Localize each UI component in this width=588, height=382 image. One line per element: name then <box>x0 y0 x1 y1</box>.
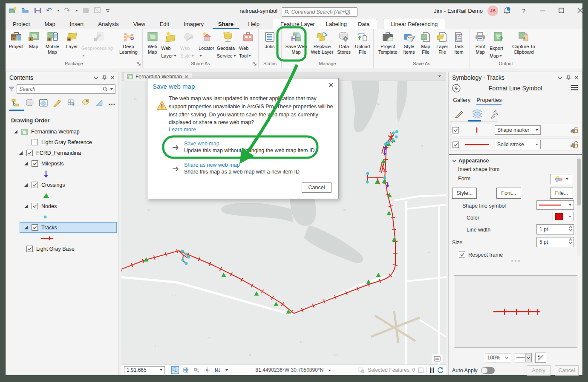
expander-icon[interactable] <box>24 226 28 230</box>
map-frame-icon[interactable] <box>94 7 101 14</box>
manage-replace-web-layer-button[interactable]: Replace Web Layer <box>309 30 335 55</box>
tab-list-chevron[interactable] <box>438 75 441 77</box>
expander-icon[interactable] <box>24 162 28 166</box>
tab-linear-referencing[interactable]: Linear Referencing <box>385 20 443 29</box>
new-project-icon[interactable] <box>9 7 17 14</box>
command-search-input[interactable] <box>291 9 355 15</box>
nav-options-chevron[interactable] <box>225 369 228 371</box>
maximize-icon[interactable] <box>559 8 564 13</box>
pause-drawing-icon[interactable] <box>430 368 434 373</box>
respect-frame-checkbox[interactable] <box>459 252 465 258</box>
apply-button[interactable]: Apply <box>527 365 551 376</box>
tab-share[interactable]: Share <box>213 20 239 29</box>
customize-toolbar-icon[interactable] <box>105 8 110 13</box>
coordinates-readout[interactable]: 81.4490236°W 30.7050890°N <box>234 367 352 373</box>
layer-row-light-gray-reference[interactable]: Light Gray Reference <box>6 137 118 148</box>
dialog-close-icon[interactable] <box>329 83 333 87</box>
save-edits-icon[interactable] <box>82 7 90 14</box>
command-search[interactable] <box>282 7 357 17</box>
package-deep-learning-button[interactable]: Deep Learning <box>116 30 141 55</box>
refresh-icon[interactable] <box>437 367 444 373</box>
preview-linestyle-dropdown[interactable] <box>515 353 532 362</box>
symbol-tab-layers-icon[interactable] <box>471 109 484 120</box>
learn-more-link[interactable]: Learn more <box>169 127 196 133</box>
auto-apply-toggle[interactable] <box>481 367 495 374</box>
shareas-web-style-button[interactable]: Web Style <box>180 30 198 60</box>
manage-data-stores-button[interactable]: Data Stores <box>335 30 353 55</box>
shareas-web-layer-button[interactable]: Web Layer <box>161 30 180 60</box>
output-capture-to-clipboard-button[interactable]: Capture To Clipboard <box>509 30 539 55</box>
color-lock-icon[interactable] <box>570 141 578 148</box>
tab-analysis[interactable]: Analysis <box>92 20 124 29</box>
option-save-web-map[interactable]: Save web map Update this map without cha… <box>172 141 314 153</box>
saveas-layer-file-button[interactable]: Layer File <box>434 30 451 55</box>
file-button[interactable]: File... <box>550 188 573 199</box>
shareas-web-tool-button[interactable]: Web Tool <box>239 30 257 60</box>
layer-checkbox[interactable] <box>26 150 33 156</box>
dialog-cancel-button[interactable]: Cancel <box>302 182 331 193</box>
style-button[interactable]: Style... <box>452 188 477 199</box>
tab-labeling[interactable]: Labeling <box>320 20 352 29</box>
saveas-task-item-button[interactable]: Task Item <box>451 30 467 55</box>
crosshair-icon[interactable] <box>203 366 211 374</box>
package-mobile-map-button[interactable]: Mobile Map <box>42 30 63 55</box>
expander-icon[interactable] <box>24 204 28 208</box>
share-as-dialog-launcher-icon[interactable] <box>252 61 257 66</box>
spin-up-icon[interactable] <box>569 238 572 241</box>
layer-checkbox[interactable] <box>32 182 38 188</box>
tab-project[interactable]: Project <box>7 20 35 29</box>
tab-feature-layer[interactable]: Feature Layer <box>275 20 320 29</box>
manage-save-web-map-button[interactable]: Save Web Map <box>283 30 309 55</box>
map-overflow-drawer-icon[interactable] <box>432 354 443 363</box>
symbology-cancel-button[interactable]: Cancel <box>555 365 579 376</box>
layer-checkbox-unchecked[interactable] <box>32 139 38 145</box>
layer-checkbox[interactable] <box>26 246 33 252</box>
layer-row-light-gray-base[interactable]: Light Gray Base <box>6 243 118 254</box>
manage-upload-file-button[interactable]: Upload File <box>353 30 372 55</box>
color-dropdown[interactable] <box>553 212 574 221</box>
contents-search-box[interactable]: Search <box>17 84 115 94</box>
appearance-collapse-chevron[interactable] <box>452 159 456 162</box>
tab-help[interactable]: Help <box>242 20 265 29</box>
tab-view[interactable]: View <box>128 20 151 29</box>
expander-icon[interactable] <box>24 183 28 187</box>
list-by-drawing-order-icon[interactable] <box>11 98 20 107</box>
symbology-pin-icon[interactable] <box>566 75 571 80</box>
layer-row-mileposts[interactable]: Mileposts <box>6 158 118 169</box>
symbol-layer-row-stroke[interactable]: Solid stroke <box>450 138 580 151</box>
preview-toggle-button[interactable] <box>535 353 546 363</box>
undo-dropdown-chevron[interactable] <box>57 10 60 12</box>
tab-map[interactable]: Map <box>39 20 61 29</box>
shareas-geodata-service-button[interactable]: Geodata Service <box>216 30 239 60</box>
snapping-icon[interactable] <box>193 366 200 374</box>
spin-down-icon[interactable] <box>569 242 572 244</box>
package-project-button[interactable]: Project <box>7 30 26 50</box>
line-width-spinner[interactable]: 1 pt <box>536 224 574 234</box>
redo-dropdown-chevron[interactable] <box>75 10 78 12</box>
saveas-style-items-button[interactable]: Style Items <box>401 30 418 55</box>
symbology-menu-chevron-icon[interactable] <box>558 76 562 79</box>
avatar[interactable]: JB <box>487 6 498 16</box>
saveas-project-template-button[interactable]: Project Template <box>375 30 401 55</box>
stroke-type-dropdown[interactable]: Solid stroke <box>495 140 541 149</box>
search-dropdown-chevron[interactable] <box>110 88 113 90</box>
tab-data[interactable]: Data <box>352 20 375 29</box>
shareas-web-map-button[interactable]: Web Map <box>144 30 161 55</box>
contents-menu-chevron-icon[interactable] <box>94 76 98 79</box>
close-icon[interactable] <box>577 8 583 13</box>
expander-icon[interactable] <box>14 130 18 134</box>
shareas-locator-button[interactable]: Locator <box>198 30 216 60</box>
list-by-snapping-icon[interactable] <box>67 98 76 107</box>
list-by-labeling-icon[interactable] <box>81 98 90 107</box>
list-by-editing-icon[interactable] <box>53 98 62 107</box>
grid-icon[interactable] <box>182 366 190 374</box>
list-by-charts-icon[interactable] <box>95 98 104 107</box>
open-project-icon[interactable] <box>21 7 29 14</box>
contents-more-views-button[interactable]: ... <box>109 99 115 107</box>
symbol-layer-row-marker[interactable]: Shape marker <box>450 124 580 136</box>
scale-combobox[interactable]: 1:91,665 <box>124 366 165 374</box>
status-jobs-button[interactable]: Jobs <box>260 30 280 50</box>
package-map-button[interactable]: Map <box>26 30 42 50</box>
tab-gallery[interactable]: Gallery <box>453 97 470 105</box>
layer-row-nodes[interactable]: Nodes <box>6 201 118 211</box>
